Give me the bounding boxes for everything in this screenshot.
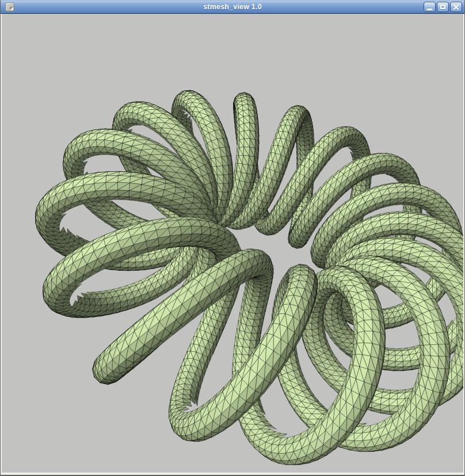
titlebar[interactable]: stmesh_view 1.0 — [1, 0, 464, 14]
mesh-canvas[interactable] — [2, 14, 463, 473]
maximize-icon — [440, 5, 445, 9]
minimize-button[interactable] — [424, 2, 436, 12]
close-button[interactable] — [450, 2, 462, 12]
window-controls — [424, 2, 462, 12]
window-frame — [1, 14, 464, 475]
minimize-icon — [427, 9, 432, 10]
close-icon — [453, 4, 459, 10]
window-title: stmesh_view 1.0 — [1, 0, 464, 13]
application-window: stmesh_view 1.0 — [0, 0, 465, 476]
maximize-button[interactable] — [437, 2, 449, 12]
